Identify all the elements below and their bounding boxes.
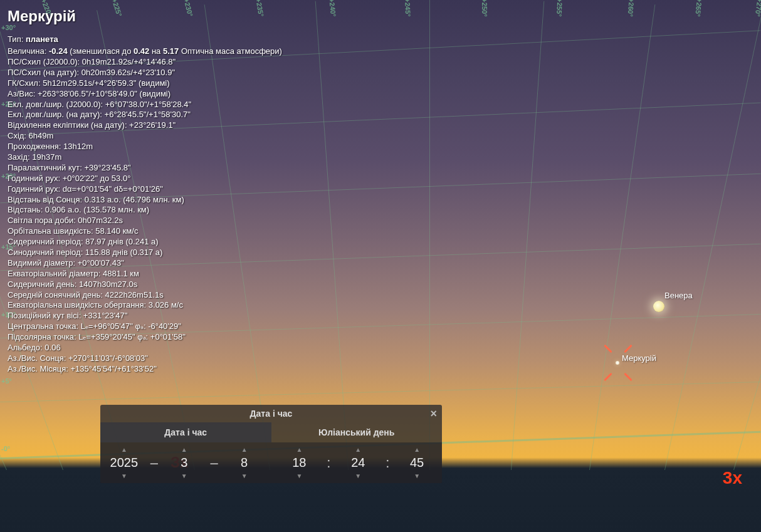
- info-line: Проходження: 13h12m: [8, 142, 282, 152]
- info-line: Сидеричний період: 87.97 днів (0.241 а): [8, 237, 282, 248]
- info-line: ПС/Схил (J2000.0): 0h19m21.92s/+4°14'46.…: [8, 57, 282, 68]
- info-line: ГК/Схил: 5h12m29.51s/+4°26'59.3" (видимі…: [8, 78, 282, 89]
- minute-spinner[interactable]: ▲ 24 ▼: [333, 445, 383, 481]
- info-line: Екл. довг./шир. (на дату): +6°28'45.5"/+…: [8, 110, 282, 120]
- hour-up[interactable]: ▲: [296, 445, 302, 454]
- hour-spinner[interactable]: ▲ 18 ▼: [275, 445, 325, 481]
- info-line: Орбітальна швидкість: 58.140 км/с: [8, 226, 282, 237]
- minute-down[interactable]: ▼: [355, 471, 361, 481]
- second-spinner[interactable]: ▲ 45 ▼: [392, 445, 442, 481]
- info-line: Відстань від Сонця: 0.313 а.о. (46.796 м…: [8, 195, 282, 206]
- grid-az-label: +270°: [754, 0, 761, 17]
- planet-venus[interactable]: Венера: [653, 301, 664, 312]
- info-line: Середній сонячний день: 4222h26m51.1s: [8, 290, 282, 301]
- info-line: Екл. довг./шир. (J2000.0): +6°07'38.0"/+…: [8, 100, 282, 110]
- year-value[interactable]: 2025: [105, 454, 144, 471]
- grid-az-label: +245°: [404, 0, 412, 17]
- grid-az-label: +255°: [555, 0, 564, 17]
- object-name: Меркурій: [8, 6, 282, 26]
- type-value: планета: [26, 34, 58, 44]
- day-spinner[interactable]: ▲ 8 ▼: [221, 445, 268, 481]
- info-line: ПС/Схил (на дату): 0h20m39.62s/+4°23'10.…: [8, 68, 282, 78]
- minute-value[interactable]: 24: [346, 454, 370, 471]
- day-up[interactable]: ▲: [241, 445, 248, 454]
- tab-datetime[interactable]: Дата і час: [100, 422, 271, 442]
- grid-az-label: +250°: [481, 0, 488, 17]
- second-down[interactable]: ▼: [414, 471, 420, 481]
- grid-az-label: +265°: [694, 0, 703, 17]
- close-icon[interactable]: ×: [430, 407, 437, 420]
- info-line: Екваторіальна швидкість обертання: 3.026…: [8, 300, 282, 311]
- info-line: Відхилення екліптики (на дату): +23°26'1…: [8, 120, 282, 131]
- info-line: Годинний рух: dα=+0°01'54" dδ=+0°01'26": [8, 184, 282, 195]
- info-line: Екваторіальний діаметр: 4881.1 км: [8, 269, 282, 279]
- info-line: Захід: 19h37m: [8, 152, 282, 163]
- venus-label: Венера: [664, 291, 693, 300]
- month-down[interactable]: ▼: [181, 471, 187, 481]
- info-line: Підсолярна точка: Lₑ=+359°20'45" φₐ: +0°…: [8, 332, 282, 343]
- info-line: Альбедо: 0.06: [8, 343, 282, 353]
- date-group: ▲ 2025 ▼ – ▲ 3 ▼ – ▲ 8 ▼: [100, 442, 268, 483]
- hour-down[interactable]: ▼: [296, 471, 302, 481]
- grid-alt-label: +5°: [1, 377, 12, 385]
- info-line: Аз/Вис: +263°38'06.5"/+10°58'49.0" (види…: [8, 89, 282, 100]
- month-value[interactable]: 3: [176, 454, 192, 471]
- info-line: Паралактичний кут: +39°23'45.8": [8, 163, 282, 174]
- month-up[interactable]: ▲: [181, 445, 187, 454]
- second-up[interactable]: ▲: [414, 445, 420, 454]
- time-group: ▲ 18 ▼ : ▲ 24 ▼ : ▲ 45 ▼: [275, 442, 443, 483]
- datetime-dialog[interactable]: Дата і час × Дата і час Юліанський день …: [100, 405, 442, 483]
- year-down[interactable]: ▼: [121, 471, 127, 481]
- info-line: Світла пора доби: 0h07m32.2s: [8, 216, 282, 226]
- info-line: Відстань: 0.906 а.о. (135.578 млн. км): [8, 205, 282, 216]
- info-line: Аз./Вис. Місяця: +135°45'54"/+61°33'52": [8, 364, 282, 375]
- grid-az-label: +260°: [627, 0, 636, 17]
- info-line: Центральна точка: Lₑ=+96°05'47" φₐ: -6°4…: [8, 321, 282, 332]
- object-info-panel: Меркурій Тип: планета Величина: -0.24 (з…: [8, 6, 282, 375]
- info-line: Схід: 6h49m: [8, 131, 282, 142]
- year-up[interactable]: ▲: [121, 445, 127, 454]
- minute-up[interactable]: ▲: [355, 445, 361, 454]
- info-line: Сидеричний день: 1407h30m27.0s: [8, 279, 282, 290]
- month-spinner[interactable]: ▲ 3 ▼: [160, 445, 208, 481]
- grid-az-label: +240°: [328, 0, 337, 17]
- second-value[interactable]: 45: [405, 454, 429, 471]
- selection-marker: [599, 344, 637, 382]
- hour-value[interactable]: 18: [287, 454, 311, 471]
- day-down[interactable]: ▼: [241, 471, 248, 481]
- tab-julian[interactable]: Юліанський день: [271, 422, 443, 442]
- info-line: Позиційний кут вісі: +331°23'47": [8, 311, 282, 321]
- year-spinner[interactable]: ▲ 2025 ▼: [100, 445, 148, 481]
- type-label: Тип:: [8, 34, 23, 44]
- info-line: Годинний рух: +0°02'22" до 53.0°: [8, 174, 282, 184]
- venus-icon: [653, 301, 664, 312]
- grid-alt-label: -0°: [1, 445, 10, 452]
- info-line: Синодичний період: 115.88 днів (0.317 а): [8, 248, 282, 258]
- info-line: Видимий діаметр: +0°00'07.43": [8, 258, 282, 269]
- dialog-title: Дата і час: [250, 409, 293, 419]
- info-line: Аз./Вис. Сонця: +270°11'03"/-6°08'03": [8, 353, 282, 364]
- day-value[interactable]: 8: [236, 454, 253, 471]
- time-speed-indicator: 3x: [723, 468, 742, 488]
- dialog-title-bar[interactable]: Дата і час ×: [100, 405, 442, 422]
- magnitude-label: Величина:: [8, 46, 46, 56]
- magnitude-value: -0.24: [49, 46, 68, 56]
